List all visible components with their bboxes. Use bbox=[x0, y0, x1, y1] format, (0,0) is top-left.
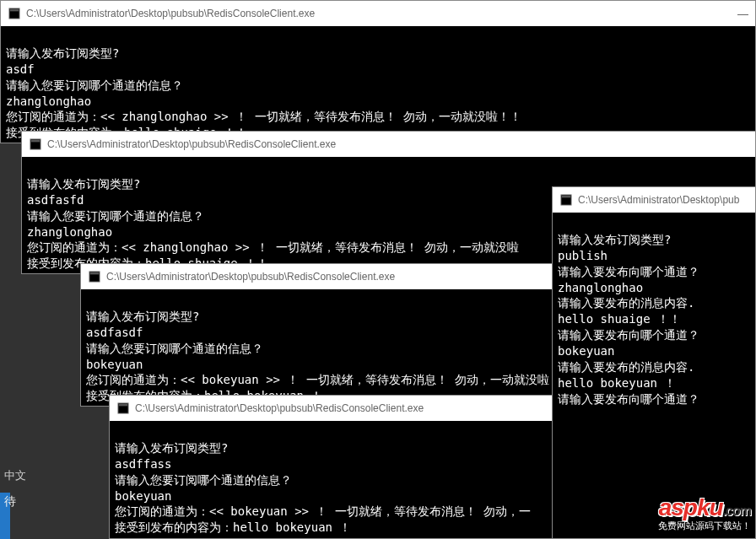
console-line: bokeyuan bbox=[558, 344, 614, 358]
watermark-tagline: 免费网站源码下载站！ bbox=[658, 520, 751, 532]
console-line: zhanglonghao bbox=[558, 281, 643, 294]
console-line: 接受到发布的内容为：hello bokeyuan ！ bbox=[115, 520, 351, 534]
window-title: C:\Users\Administrator\Desktop\pubsub\Re… bbox=[47, 138, 748, 150]
console-line: hello bokeyuan ！ bbox=[558, 376, 676, 390]
title-bar-1[interactable]: C:\Users\Administrator\Desktop\pubsub\Re… bbox=[1, 1, 755, 26]
console-line: zhanglonghao bbox=[6, 94, 91, 108]
console-line: asdffass bbox=[115, 457, 171, 471]
console-line: 您订阅的通道为：<< zhanglonghao >> ！ 一切就绪，等待发布消息… bbox=[27, 240, 519, 254]
console-line: 请输入发布订阅类型? bbox=[6, 46, 119, 60]
svg-rect-7 bbox=[119, 404, 128, 407]
console-window-1[interactable]: C:\Users\Administrator\Desktop\pubsub\Re… bbox=[0, 0, 756, 143]
console-line: 请输入要发布向哪个通道？ bbox=[558, 328, 699, 342]
console-line: hello shuaige ！！ bbox=[558, 312, 681, 326]
console-line: 请输入您要订阅哪个通道的信息？ bbox=[27, 209, 204, 223]
svg-rect-9 bbox=[562, 196, 571, 198]
watermark-logo-main: aspku bbox=[659, 494, 723, 520]
svg-rect-3 bbox=[31, 140, 40, 143]
window-title: C:\Users\Administrator\Desktop\pubsub\Re… bbox=[26, 8, 737, 19]
console-line: 您订阅的通道为：<< bokeyuan >> ！ 一切就绪，等待发布消息！ 勿动… bbox=[86, 373, 549, 386]
console-output-1: 请输入发布订阅类型? asdf 请输入您要订阅哪个通道的信息？ zhanglon… bbox=[1, 26, 755, 144]
console-line: 请输入发布订阅类型? bbox=[86, 310, 199, 323]
console-line: asdf bbox=[6, 62, 35, 76]
title-bar-5[interactable]: C:\Users\Administrator\Desktop\pub bbox=[553, 187, 755, 213]
svg-rect-5 bbox=[90, 272, 100, 275]
app-icon bbox=[8, 7, 21, 20]
console-line: 您订阅的通道为：<< bokeyuan >> ！ 一切就绪，等待发布消息！ 勿动… bbox=[115, 504, 531, 518]
app-icon bbox=[29, 137, 42, 151]
watermark-logo-dot: .com bbox=[723, 504, 751, 518]
watermark: aspku.com 免费网站源码下载站！ bbox=[658, 494, 751, 532]
console-line: bokeyuan bbox=[115, 489, 171, 503]
app-icon bbox=[116, 402, 130, 415]
app-icon bbox=[88, 270, 101, 283]
console-line: publish bbox=[558, 249, 608, 262]
console-line: 请输入您要订阅哪个通道的信息？ bbox=[86, 342, 263, 355]
console-line: 请输入您要订阅哪个通道的信息？ bbox=[6, 78, 183, 92]
console-line: 请输入您要订阅哪个通道的信息？ bbox=[115, 473, 292, 487]
console-line: zhanglonghao bbox=[27, 225, 112, 239]
window-controls: — bbox=[737, 8, 748, 20]
console-line: asdfasfd bbox=[27, 193, 84, 207]
console-output-5: 请输入发布订阅类型? publish 请输入要发布向哪个通道？ zhanglon… bbox=[553, 213, 755, 411]
minimize-button[interactable]: — bbox=[737, 8, 748, 20]
console-line: 请输入发布订阅类型? bbox=[27, 177, 140, 191]
console-line: asdfasdf bbox=[86, 326, 143, 339]
svg-rect-1 bbox=[10, 9, 19, 12]
console-line: 请输入发布订阅类型? bbox=[115, 441, 228, 455]
app-icon bbox=[559, 193, 573, 207]
console-line: 请输入要发布向哪个通道？ bbox=[558, 392, 699, 406]
watermark-logo: aspku.com bbox=[658, 494, 751, 521]
console-line: 请输入要发布的消息内容. bbox=[558, 360, 694, 374]
title-bar-2[interactable]: C:\Users\Administrator\Desktop\pubsub\Re… bbox=[22, 132, 755, 157]
console-window-5-publisher[interactable]: C:\Users\Administrator\Desktop\pub 请输入发布… bbox=[552, 186, 756, 539]
console-line: 请输入要发布向哪个通道？ bbox=[558, 265, 699, 278]
window-title: C:\Users\Administrator\Desktop\pub bbox=[578, 194, 748, 206]
console-line: 请输入要发布的消息内容. bbox=[558, 296, 694, 310]
console-line: bokeyuan bbox=[86, 358, 143, 371]
console-line: 您订阅的通道为：<< zhanglonghao >> ！ 一切就绪，等待发布消息… bbox=[6, 110, 521, 123]
ime-hint: 中文 bbox=[4, 468, 26, 483]
caret-hint: 待 bbox=[4, 494, 16, 509]
console-line: 请输入发布订阅类型? bbox=[558, 233, 671, 246]
